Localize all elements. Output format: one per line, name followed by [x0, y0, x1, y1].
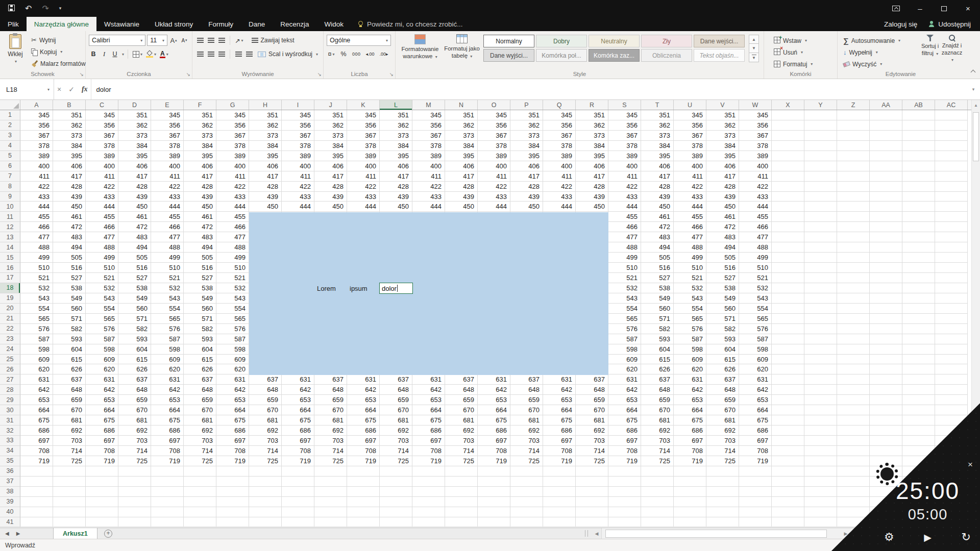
cell-F17[interactable]: 527	[184, 273, 216, 283]
cell-X19[interactable]	[772, 293, 804, 304]
cell-A40[interactable]	[20, 507, 53, 517]
cell-X17[interactable]	[772, 273, 804, 283]
cell-S32[interactable]: 686	[608, 425, 641, 436]
cell-J39[interactable]	[314, 497, 347, 507]
decrease-font-button[interactable]: A▾	[180, 35, 189, 45]
cell-N30[interactable]: 670	[445, 405, 478, 415]
cell-T18[interactable]: 538	[641, 283, 674, 293]
row-header-1[interactable]: 1	[0, 110, 20, 120]
cell-B28[interactable]: 648	[53, 385, 86, 395]
cell-D23[interactable]: 593	[118, 334, 151, 344]
cell-A20[interactable]: 554	[20, 304, 53, 314]
cell-J32[interactable]: 692	[314, 425, 347, 436]
cell-F22[interactable]: 582	[184, 324, 216, 334]
cell-Z17[interactable]	[837, 273, 870, 283]
cell-I1[interactable]: 345	[282, 110, 314, 120]
cell-X5[interactable]	[772, 151, 804, 161]
cell-M7[interactable]: 411	[412, 171, 445, 182]
cell-X11[interactable]	[772, 212, 804, 222]
cell-G6[interactable]: 400	[216, 161, 249, 171]
cell-J29[interactable]: 659	[314, 395, 347, 405]
cell-X6[interactable]	[772, 161, 804, 171]
cell-A3[interactable]: 367	[20, 131, 53, 141]
cell-T41[interactable]	[641, 517, 674, 528]
formula-input[interactable]: dolor	[91, 79, 967, 99]
cell-W40[interactable]	[739, 507, 772, 517]
cell-V21[interactable]: 571	[706, 314, 739, 324]
cell-E15[interactable]: 499	[151, 253, 184, 263]
cell-O6[interactable]: 400	[478, 161, 510, 171]
cell-V41[interactable]	[706, 517, 739, 528]
cell-S13[interactable]: 477	[608, 232, 641, 242]
cell-V14[interactable]: 494	[706, 242, 739, 253]
cell-W32[interactable]: 686	[739, 425, 772, 436]
cell-K7[interactable]: 411	[347, 171, 380, 182]
cell-K31[interactable]: 675	[347, 415, 380, 425]
cell-E18[interactable]: 532	[151, 283, 184, 293]
cell-T36[interactable]	[641, 466, 674, 477]
cell-E10[interactable]: 444	[151, 202, 184, 212]
cell-AC5[interactable]	[935, 151, 968, 161]
cell-Z24[interactable]	[837, 344, 870, 355]
cell-E27[interactable]: 631	[151, 374, 184, 385]
cell-G18[interactable]: 532	[216, 283, 249, 293]
cell-A35[interactable]: 719	[20, 456, 53, 466]
cell-E11[interactable]: 455	[151, 212, 184, 222]
cell-T21[interactable]: 571	[641, 314, 674, 324]
cell-V32[interactable]: 692	[706, 425, 739, 436]
column-header-Y[interactable]: Y	[804, 100, 837, 110]
cell-M27[interactable]: 631	[412, 374, 445, 385]
cell-S40[interactable]	[608, 507, 641, 517]
cell-F4[interactable]: 384	[184, 141, 216, 151]
row-header-21[interactable]: 21	[0, 314, 20, 324]
cell-O3[interactable]: 367	[478, 131, 510, 141]
cell-Z9[interactable]	[837, 192, 870, 202]
column-header-W[interactable]: W	[739, 100, 772, 110]
cell-L33[interactable]: 703	[380, 436, 412, 446]
cell-E25[interactable]: 609	[151, 355, 184, 365]
cell-P7[interactable]: 417	[510, 171, 543, 182]
cell-X18[interactable]	[772, 283, 804, 293]
percent-style-button[interactable]: %	[339, 49, 348, 59]
cell-Y10[interactable]	[804, 202, 837, 212]
cell-U34[interactable]: 708	[674, 446, 706, 456]
cell-V12[interactable]: 472	[706, 222, 739, 232]
row-header-40[interactable]: 40	[0, 507, 20, 517]
cell-H38[interactable]	[249, 487, 282, 497]
cell-G37[interactable]	[216, 477, 249, 487]
cell-J28[interactable]: 648	[314, 385, 347, 395]
cell-T38[interactable]	[641, 487, 674, 497]
font-color-button[interactable]: A▾	[159, 49, 169, 59]
cell-S12[interactable]: 466	[608, 222, 641, 232]
cell-S35[interactable]: 719	[608, 456, 641, 466]
cell-Y12[interactable]	[804, 222, 837, 232]
cell-F32[interactable]: 692	[184, 425, 216, 436]
cell-L28[interactable]: 648	[380, 385, 412, 395]
cell-J10[interactable]: 450	[314, 202, 347, 212]
cell-D13[interactable]: 483	[118, 232, 151, 242]
cell-AA6[interactable]	[870, 161, 902, 171]
cell-X12[interactable]	[772, 222, 804, 232]
cell-AA5[interactable]	[870, 151, 902, 161]
cell-S19[interactable]: 543	[608, 293, 641, 304]
row-header-28[interactable]: 28	[0, 385, 20, 395]
cell-N39[interactable]	[445, 497, 478, 507]
cell-A29[interactable]: 653	[20, 395, 53, 405]
cell-O1[interactable]: 345	[478, 110, 510, 120]
cell-R35[interactable]: 725	[576, 456, 608, 466]
cell-AB24[interactable]	[902, 344, 935, 355]
cell-R8[interactable]: 428	[576, 182, 608, 192]
cell-P5[interactable]: 395	[510, 151, 543, 161]
cell-W38[interactable]	[739, 487, 772, 497]
cell-R10[interactable]: 450	[576, 202, 608, 212]
cell-P39[interactable]	[510, 497, 543, 507]
cell-AA2[interactable]	[870, 120, 902, 131]
cell-AA18[interactable]	[870, 283, 902, 293]
cell-M40[interactable]	[412, 507, 445, 517]
alignment-dialog-launcher-icon[interactable]: ↘	[317, 72, 322, 77]
cell-K32[interactable]: 686	[347, 425, 380, 436]
cell-C1[interactable]: 345	[86, 110, 118, 120]
cell-AB16[interactable]	[902, 263, 935, 273]
cell-W7[interactable]: 411	[739, 171, 772, 182]
cell-F3[interactable]: 373	[184, 131, 216, 141]
